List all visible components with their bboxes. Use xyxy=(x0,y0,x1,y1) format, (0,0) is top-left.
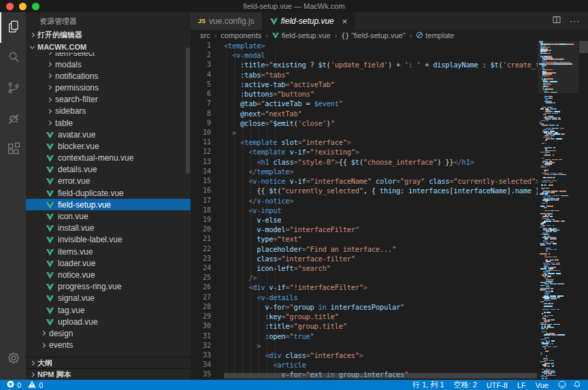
code-line[interactable]: 26 <div v-if="!interfaceFilter"> xyxy=(191,282,538,292)
code-line[interactable]: 8 @next="nextTab" xyxy=(191,109,538,118)
code-line[interactable]: 7 @tab="activeTab = $event" xyxy=(191,99,538,108)
section-outline[interactable]: 大纲 xyxy=(26,357,191,368)
indentation-setting[interactable]: 空格: 2 xyxy=(454,380,477,390)
encoding-setting[interactable]: UTF-8 xyxy=(487,381,508,389)
language-mode[interactable]: Vue xyxy=(536,381,549,389)
tree-folder-design[interactable]: design xyxy=(26,327,191,339)
sidebar-scrollbar-thumb[interactable] xyxy=(186,48,190,174)
code-line[interactable]: 13 <h1 class="style-0">{{ $t("choose_int… xyxy=(191,157,538,167)
code-line[interactable]: 1<template> xyxy=(191,41,538,50)
split-editor-icon[interactable] xyxy=(552,15,561,27)
tree-folder-notifications[interactable]: notifications xyxy=(26,70,191,82)
code-line[interactable]: 2 <v-modal xyxy=(191,50,538,60)
code-line[interactable]: 18 <v-input xyxy=(191,206,538,215)
code-line[interactable]: 10 > xyxy=(191,128,538,137)
section-open-editors[interactable]: 打开的编辑器 xyxy=(26,29,191,41)
breadcrumb-components[interactable]: components xyxy=(220,31,261,39)
notifications-bell-icon[interactable] xyxy=(573,380,581,390)
feedback-smiley-icon[interactable] xyxy=(558,380,566,390)
code-line[interactable]: 11 <template slot="interface"> xyxy=(191,137,538,147)
code-line[interactable]: 3 :title="existing ? $t('update_field') … xyxy=(191,60,538,69)
tree-file-icon.vue[interactable]: icon.vue xyxy=(26,210,191,222)
tree-file-progress-ring.vue[interactable]: progress-ring.vue xyxy=(26,281,191,293)
eol-setting[interactable]: LF xyxy=(517,381,526,389)
tree-file-field-setup.vue[interactable]: field-setup.vue xyxy=(26,199,191,210)
tree-folder-table[interactable]: table xyxy=(26,117,191,129)
tree-file-signal.vue[interactable]: signal.vue xyxy=(26,293,191,304)
tree-file-avatar.vue[interactable]: avatar.vue xyxy=(26,129,191,140)
code-line[interactable]: 12 <template v-if="!existing"> xyxy=(191,147,538,157)
breadcrumb-file[interactable]: field-setup.vue xyxy=(272,31,331,39)
code-line[interactable]: 16 {{ $t("currently_selected", { thing: … xyxy=(191,186,538,195)
code-line[interactable]: 17 </v-notice> xyxy=(191,196,538,206)
close-tab-icon[interactable]: × xyxy=(342,17,348,26)
tree-file-field-duplicate.vue[interactable]: field-duplicate.vue xyxy=(26,187,191,199)
editor-vertical-scrollbar-thumb[interactable] xyxy=(579,41,588,53)
code-line[interactable]: 20 v-model="interfaceFilter" xyxy=(191,225,538,234)
minimap[interactable] xyxy=(538,41,578,380)
code-line[interactable]: 31 :open="true" xyxy=(191,331,538,341)
tree-file-invisible-label.vue[interactable]: invisible-label.vue xyxy=(26,234,191,246)
activity-explorer-button[interactable] xyxy=(0,12,26,43)
activity-source-control-button[interactable] xyxy=(0,74,26,104)
tree-file-tag.vue[interactable]: tag.vue xyxy=(26,304,191,316)
line-number: 1 xyxy=(191,41,211,50)
tree-file-install.vue[interactable]: install.vue xyxy=(26,223,191,234)
code-line[interactable]: 25 /> xyxy=(191,273,538,282)
code-line[interactable]: 21 type="text" xyxy=(191,234,538,244)
code-line[interactable]: 30 :title="group.title" xyxy=(191,321,538,331)
code-line[interactable]: 9 @close="$emit('close')" xyxy=(191,118,538,128)
line-number: 16 xyxy=(191,186,211,195)
tree-folder-events[interactable]: events xyxy=(26,340,191,351)
tree-file-loader.vue[interactable]: loader.vue xyxy=(26,257,191,269)
code-editor[interactable]: 1<template>2 <v-modal3 :title="existing … xyxy=(191,41,588,380)
code-line[interactable]: 33 <div class="interfaces"> xyxy=(191,351,538,360)
activity-extensions-button[interactable] xyxy=(0,135,26,165)
tree-folder-modals[interactable]: modals xyxy=(26,59,191,70)
code-line[interactable]: 24 icon-left="search" xyxy=(191,263,538,273)
code-line[interactable]: 28 v-for="group in interfacesPopular" xyxy=(191,302,538,312)
code-line[interactable]: 27 <v-details xyxy=(191,293,538,302)
code-line[interactable]: 14 </template> xyxy=(191,167,538,176)
more-actions-icon[interactable]: ··· xyxy=(570,16,580,26)
breadcrumb-src[interactable]: src xyxy=(200,31,210,39)
zoom-window-button[interactable] xyxy=(32,3,39,10)
code-line[interactable]: 15 <v-notice v-if="interfaceName" color=… xyxy=(191,176,538,186)
tree-folder-permissions[interactable]: permissions xyxy=(26,82,191,93)
tree-file-details.vue[interactable]: details.vue xyxy=(26,164,191,176)
code-line[interactable]: 32 > xyxy=(191,341,538,351)
tree-file-contextual-menu.vue[interactable]: contextual-menu.vue xyxy=(26,152,191,164)
tree-file-upload.vue[interactable]: upload.vue xyxy=(26,316,191,327)
close-window-button[interactable] xyxy=(6,3,14,10)
manage-settings-button[interactable] xyxy=(0,344,26,374)
tree-folder-search-filter[interactable]: search-filter xyxy=(26,94,191,105)
code-line[interactable]: 19 v-else xyxy=(191,215,538,225)
activity-search-button[interactable] xyxy=(0,43,26,74)
code-line[interactable]: 6 :buttons="buttons" xyxy=(191,89,538,99)
section-root-folder[interactable]: MACWK.COM xyxy=(26,41,191,52)
tree-folder-sidebars[interactable]: sidebars xyxy=(26,105,191,117)
minimize-window-button[interactable] xyxy=(19,3,27,10)
tree-folder-item-select[interactable]: item-select xyxy=(26,52,191,59)
breadcrumb-template-symbol[interactable]: template xyxy=(416,31,454,40)
section-npm-scripts[interactable]: NPM 脚本 xyxy=(26,368,191,380)
code-line[interactable]: 29 :key="group.title" xyxy=(191,312,538,321)
code-line[interactable]: 5 :active-tab="activeTab" xyxy=(191,80,538,89)
error-count: 0 xyxy=(17,381,21,389)
tab-field-setup-vue[interactable]: field-setup.vue × xyxy=(263,12,356,30)
tree-file-items.vue[interactable]: items.vue xyxy=(26,246,191,257)
vue-icon xyxy=(46,248,54,255)
problems-indicator[interactable]: 0 0 xyxy=(7,380,43,389)
code-line[interactable]: 34 <article xyxy=(191,360,538,370)
tree-file-error.vue[interactable]: error.vue xyxy=(26,176,191,187)
code-line[interactable]: 4 :tabs="tabs" xyxy=(191,70,538,80)
code-line[interactable]: 23 class="interface-filter" xyxy=(191,254,538,263)
activity-debug-button[interactable] xyxy=(0,104,26,135)
code-line[interactable]: 22 placeholder="Find an interface..." xyxy=(191,244,538,254)
tab-vue-config-js[interactable]: JS vue.config.js xyxy=(191,12,263,30)
editor-horizontal-scrollbar-thumb[interactable] xyxy=(224,373,537,378)
tree-file-blocker.vue[interactable]: blocker.vue xyxy=(26,140,191,152)
cursor-position[interactable]: 行 1, 列 1 xyxy=(412,380,444,390)
breadcrumb-module[interactable]: {} "field-setup.vue" xyxy=(341,31,405,39)
tree-file-notice.vue[interactable]: notice.vue xyxy=(26,269,191,280)
